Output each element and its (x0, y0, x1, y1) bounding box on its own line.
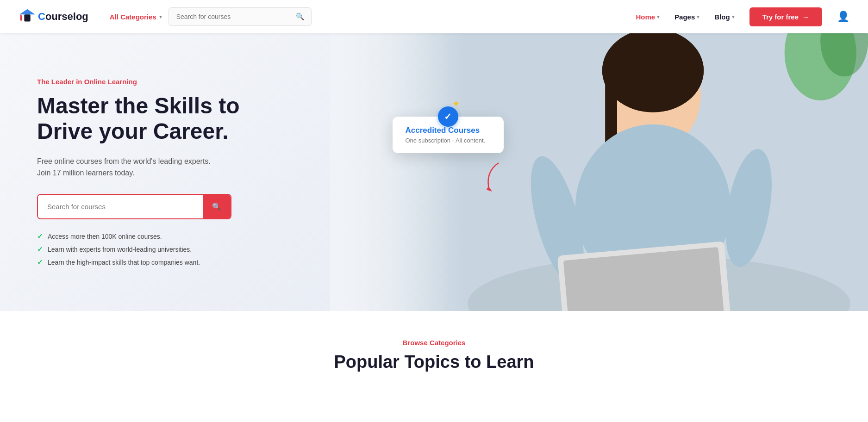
nav-pages[interactable]: Pages ▾ (674, 13, 699, 21)
all-categories-chevron: ▾ (159, 14, 162, 20)
check-icon-3: ✓ (37, 258, 43, 267)
accredited-card-title: Accredited Courses (406, 126, 491, 135)
nav-search-button[interactable]: 🔍 (289, 8, 311, 25)
try-free-label: Try for free (762, 13, 799, 21)
svg-rect-7 (605, 70, 617, 226)
svg-rect-12 (563, 247, 725, 311)
try-free-button[interactable]: Try for free → (749, 7, 822, 26)
hero-desc: Free online courses from the world's lea… (37, 155, 239, 179)
try-free-arrow-icon: → (802, 13, 809, 21)
hero-title-line2: Drive your Career. (37, 119, 229, 143)
svg-point-9 (520, 151, 594, 289)
svg-point-5 (605, 37, 701, 151)
nav-blog[interactable]: Blog ▾ (714, 13, 734, 21)
search-icon: 🔍 (296, 12, 305, 20)
svg-point-15 (820, 33, 868, 76)
hero-desc-line2: Join 17 million learners today. (37, 169, 134, 177)
logo[interactable]: Courselog (19, 8, 88, 25)
nav-search-bar: 🔍 (169, 7, 312, 26)
svg-rect-16 (330, 33, 450, 311)
nav-search-input[interactable] (169, 8, 289, 25)
hero-label: The Leader in Online Learning (37, 78, 239, 86)
nav-home[interactable]: Home ▾ (636, 13, 660, 21)
check-icon-2: ✓ (37, 245, 43, 254)
svg-rect-11 (557, 241, 732, 311)
check-icon-1: ✓ (37, 232, 43, 241)
section-label: Browse Categories (37, 339, 831, 347)
below-hero-section: Browse Categories Popular Topics to Lear… (0, 311, 868, 391)
badge-circle: ✓ (438, 106, 458, 127)
nav-pages-chevron: ▾ (697, 14, 699, 20)
nav-right: Home ▾ Pages ▾ Blog ▾ Try for free → 👤 (636, 7, 849, 26)
nav-home-label: Home (636, 13, 655, 21)
hero-bullets: ✓ Access more then 100K online courses. … (37, 232, 239, 267)
svg-marker-2 (20, 14, 22, 20)
curved-arrow-icon (475, 158, 508, 195)
hero-bullet-1-text: Access more then 100K online courses. (48, 233, 162, 240)
hero-bullet-3-text: Learn the high-impact skills that top co… (48, 259, 200, 266)
hero-bullet-1: ✓ Access more then 100K online courses. (37, 232, 239, 241)
all-categories-label: All Categories (110, 13, 156, 21)
logo-text: Courselog (38, 11, 88, 23)
nav-blog-label: Blog (714, 13, 730, 21)
hero-bullet-3: ✓ Learn the high-impact skills that top … (37, 258, 239, 267)
svg-point-4 (468, 256, 850, 311)
svg-rect-3 (330, 33, 868, 311)
hero-content: The Leader in Online Learning Master the… (0, 33, 267, 311)
svg-marker-0 (19, 9, 35, 14)
navbar: Courselog All Categories ▾ 🔍 Home ▾ Page… (0, 0, 868, 33)
accredited-card-subtitle: One subscription - All content. (406, 137, 491, 144)
svg-point-8 (575, 124, 731, 292)
hero-bullet-2: ✓ Learn with experts from world-leading … (37, 245, 239, 254)
hero-person-illustration (330, 33, 868, 311)
hero-title-line1: Master the Skills to (37, 93, 239, 118)
svg-point-10 (718, 145, 780, 270)
nav-blog-chevron: ▾ (732, 14, 735, 20)
hero-background-photo (330, 33, 868, 311)
hero-search-icon: 🔍 (212, 203, 221, 211)
hero-search-bar: 🔍 (37, 194, 231, 219)
badge-check-icon: ✓ (444, 111, 452, 122)
nav-home-chevron: ▾ (657, 14, 660, 20)
section-title: Popular Topics to Learn (37, 352, 831, 372)
hero-title: Master the Skills to Drive your Career. (37, 93, 239, 144)
hero-search-button[interactable]: 🔍 (203, 195, 231, 218)
svg-rect-1 (24, 14, 30, 21)
hero-section: The Leader in Online Learning Master the… (0, 33, 868, 311)
svg-marker-17 (487, 186, 492, 192)
accredited-card: ✓ Accredited Courses One subscription - … (393, 117, 504, 153)
user-icon[interactable]: 👤 (837, 11, 849, 23)
hero-desc-line1: Free online courses from the world's lea… (37, 157, 211, 165)
nav-search-area: All Categories ▾ 🔍 (103, 7, 312, 26)
svg-point-6 (602, 33, 704, 112)
logo-icon (19, 8, 36, 25)
nav-pages-label: Pages (674, 13, 695, 21)
svg-point-14 (784, 33, 856, 100)
hero-search-input[interactable] (38, 195, 203, 218)
hero-bullet-2-text: Learn with experts from world-leading un… (48, 246, 192, 253)
all-categories-button[interactable]: All Categories ▾ (103, 9, 169, 25)
